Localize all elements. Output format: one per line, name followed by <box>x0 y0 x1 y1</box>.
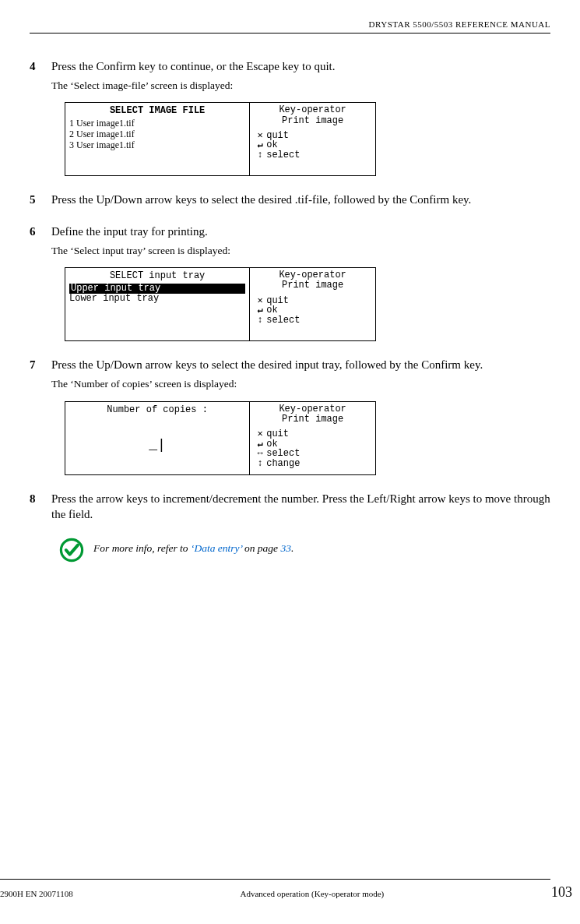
info-note: For more info, refer to ‘Data entry’ on … <box>59 538 550 563</box>
updown-icon: ↕ <box>254 459 266 469</box>
copies-cursor: _| <box>69 418 245 472</box>
enter-icon: ↵ <box>254 305 266 316</box>
step-7: 7 Press the Up/Down arrow keys to select… <box>30 357 550 474</box>
page-number: 103 <box>551 884 572 901</box>
footer-section: Advanced operation (Key-operator mode) <box>240 889 384 898</box>
mode-line1: Key-operator <box>254 105 371 115</box>
action-label: select <box>266 449 300 459</box>
screen-actions: ✕quit ↵ok ↕select <box>254 296 371 326</box>
mode-line2: Print image <box>254 116 371 126</box>
note-prefix: For more info, refer to <box>93 542 191 554</box>
mode-line1: Key-operator <box>254 404 371 414</box>
step-number: 5 <box>30 193 51 206</box>
screen-number-of-copies: Number of copies : _| Key-operator Print… <box>65 401 376 475</box>
screen-title: Number of copies : <box>69 404 245 415</box>
mode-line2: Print image <box>254 414 371 425</box>
note-suffix: . <box>291 542 294 554</box>
screen-right-panel: Key-operator Print image ✕quit ↵ok ↔sele… <box>250 402 375 474</box>
step-number: 6 <box>30 225 51 238</box>
step-6: 6 Define the input tray for printing. Th… <box>30 224 550 341</box>
step-text: Define the input tray for printing. <box>51 224 208 239</box>
screen-mode-title: Key-operator Print image <box>254 270 371 291</box>
header-rule <box>30 33 550 34</box>
step-text: Press the arrow keys to increment/decrem… <box>51 491 550 523</box>
updown-icon: ↕ <box>254 316 266 326</box>
screen-title: SELECT input tray <box>69 270 245 281</box>
check-icon <box>59 538 84 563</box>
step-subtext: The ‘Select image-file’ screen is displa… <box>51 79 550 93</box>
screen-right-panel: Key-operator Print image ✕quit ↵ok ↕sele… <box>250 103 375 175</box>
screen-select-image-file: SELECT IMAGE FILE 1 User image1.tif 2 Us… <box>65 102 376 176</box>
step-number: 4 <box>30 60 51 73</box>
action-label: change <box>266 459 300 469</box>
action-change: ↕change <box>254 459 371 469</box>
screen-left-panel: Number of copies : _| <box>65 402 250 474</box>
step-8: 8 Press the arrow keys to increment/decr… <box>30 491 550 523</box>
screen-actions: ✕quit ↵ok ↕select <box>254 131 371 160</box>
footer-rule <box>0 879 550 880</box>
note-text: For more info, refer to ‘Data entry’ on … <box>93 538 294 555</box>
screen-actions: ✕quit ↵ok ↔select ↕change <box>254 429 371 468</box>
step-subtext: The ‘Select input tray’ screen is displa… <box>51 244 550 258</box>
step-5: 5 Press the Up/Down arrow keys to select… <box>30 192 550 207</box>
step-text: Press the Up/Down arrow keys to select t… <box>51 357 483 372</box>
step-number: 8 <box>30 492 51 506</box>
screen-file-list: 1 User image1.tif 2 User image1.tif 3 Us… <box>69 118 245 150</box>
note-page-ref[interactable]: 33 <box>280 542 291 554</box>
action-label: select <box>266 150 300 160</box>
step-text: Press the Up/Down arrow keys to select t… <box>51 192 471 207</box>
x-icon: ✕ <box>254 429 266 439</box>
action-label: select <box>266 316 300 326</box>
screen-right-panel: Key-operator Print image ✕quit ↵ok ↕sele… <box>250 268 375 340</box>
step-4: 4 Press the Confirm key to continue, or … <box>30 58 550 176</box>
tray-list: Upper input tray Lower input tray <box>69 284 245 304</box>
page-content: 4 Press the Confirm key to continue, or … <box>30 58 550 563</box>
screen-select-input-tray: SELECT input tray Upper input tray Lower… <box>65 267 376 341</box>
action-ok: ↵ok <box>254 305 371 316</box>
action-select: ↕select <box>254 150 371 160</box>
updown-icon: ↕ <box>254 150 266 160</box>
file-item: 3 User image1.tif <box>69 140 245 151</box>
screen-left-panel: SELECT input tray Upper input tray Lower… <box>65 268 250 340</box>
page-footer: 2900H EN 20071108 Advanced operation (Ke… <box>0 879 580 901</box>
step-subtext: The ‘Number of copies’ screen is display… <box>51 377 550 391</box>
step-text: Press the Confirm key to continue, or th… <box>51 58 336 74</box>
note-link[interactable]: ‘Data entry’ <box>191 542 242 554</box>
action-select: ↕select <box>254 316 371 326</box>
screen-title: SELECT IMAGE FILE <box>69 105 245 116</box>
tray-item: Lower input tray <box>69 294 245 304</box>
file-item: 2 User image1.tif <box>69 129 245 140</box>
footer-doc-id: 2900H EN 20071108 <box>0 889 73 898</box>
action-quit: ✕quit <box>254 429 371 439</box>
step-number: 7 <box>30 358 51 372</box>
screen-mode-title: Key-operator Print image <box>254 404 371 425</box>
action-label: ok <box>266 305 277 316</box>
header-manual-title: DRYSTAR 5500/5503 REFERENCE MANUAL <box>369 19 550 29</box>
note-mid: on page <box>242 542 281 554</box>
mode-line2: Print image <box>254 280 371 291</box>
action-select: ↔select <box>254 449 371 459</box>
leftright-icon: ↔ <box>254 449 266 459</box>
screen-left-panel: SELECT IMAGE FILE 1 User image1.tif 2 Us… <box>65 103 250 175</box>
file-item: 1 User image1.tif <box>69 118 245 129</box>
screen-mode-title: Key-operator Print image <box>254 105 371 125</box>
action-label: quit <box>266 429 289 439</box>
